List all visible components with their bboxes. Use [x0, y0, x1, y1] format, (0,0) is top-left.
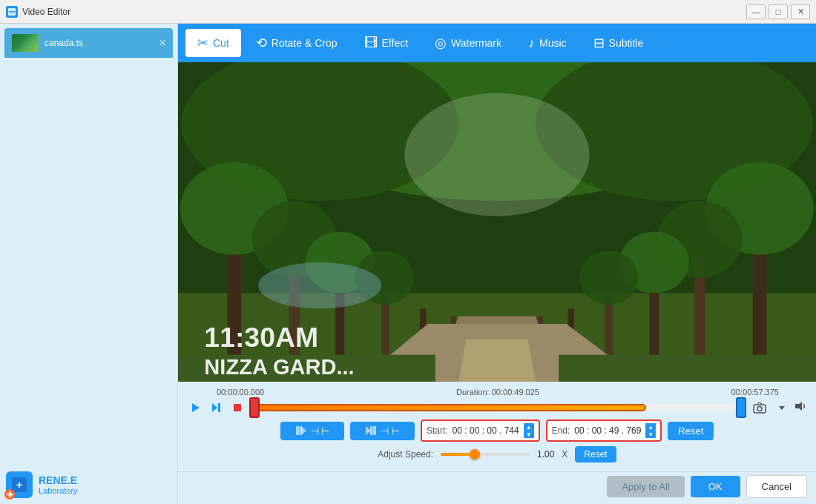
- cut-icon: ✂: [197, 35, 208, 51]
- title-bar: Video Editor — □ ✕: [0, 0, 816, 24]
- play-button[interactable]: [187, 399, 205, 417]
- play-next-button[interactable]: [208, 399, 226, 417]
- tab-cut[interactable]: ✂ Cut: [185, 29, 241, 57]
- start-time-input[interactable]: [453, 425, 519, 436]
- tab-subtitle-label: Subtitle: [609, 37, 644, 49]
- start-time-group: Start: ▲ ▼: [421, 420, 540, 442]
- tab-cut-label: Cut: [213, 37, 229, 49]
- tab-rotate-crop[interactable]: ⟲ Rotate & Crop: [244, 29, 349, 57]
- dropdown-button[interactable]: [773, 399, 791, 417]
- timeline-duration: Duration: 00:00:49.025: [456, 388, 539, 397]
- trim-right-button[interactable]: ⊣ ⊢: [350, 422, 415, 440]
- volume-button[interactable]: [794, 400, 807, 415]
- timeline-bar: [251, 404, 745, 411]
- speed-slider[interactable]: [441, 453, 530, 456]
- window-title: Video Editor: [22, 7, 70, 17]
- speed-thumb[interactable]: [470, 449, 480, 460]
- svg-marker-26: [458, 339, 536, 382]
- app-body: canada.ts ✕ + ✚ RENE.E Laboratory: [0, 24, 816, 504]
- end-time-group: End: ▲ ▼: [546, 420, 662, 442]
- tab-effect[interactable]: 🎞 Effect: [352, 30, 421, 57]
- minimize-button[interactable]: —: [746, 4, 766, 19]
- logo-area: + ✚ RENE.E Laboratory: [6, 471, 78, 498]
- play-controls: [187, 399, 246, 417]
- start-time-spin: ▲ ▼: [524, 423, 534, 438]
- file-tab[interactable]: canada.ts ✕: [4, 28, 173, 58]
- apply-all-button[interactable]: Apply to All: [607, 476, 684, 497]
- sidebar-content: + ✚ RENE.E Laboratory: [0, 58, 177, 504]
- right-controls: [749, 397, 807, 418]
- watermark-icon: ◎: [435, 35, 447, 51]
- svg-rect-41: [234, 404, 241, 411]
- app-icon: [6, 6, 18, 18]
- trim-left-icon: ⊣ ⊢: [311, 425, 330, 437]
- effect-icon: 🎞: [364, 36, 378, 51]
- svg-rect-40: [218, 403, 220, 412]
- start-label: Start:: [427, 425, 448, 436]
- end-label: End:: [552, 425, 570, 436]
- timeline-row: [187, 397, 807, 418]
- sidebar: canada.ts ✕ + ✚ RENE.E Laboratory: [0, 24, 178, 504]
- timeline-fill: [251, 404, 646, 411]
- tab-watermark-label: Watermark: [451, 37, 501, 49]
- timeline-track[interactable]: [251, 398, 745, 417]
- svg-point-43: [757, 407, 762, 411]
- end-spin-up[interactable]: ▲: [645, 423, 656, 431]
- screenshot-button[interactable]: [749, 397, 770, 418]
- maximize-button[interactable]: □: [769, 4, 788, 19]
- window-controls: — □ ✕: [746, 4, 810, 19]
- logo-text: RENE.E Laboratory: [39, 474, 78, 495]
- file-tab-close[interactable]: ✕: [157, 37, 168, 49]
- end-spin-down[interactable]: ▼: [645, 431, 656, 438]
- ok-button[interactable]: OK: [691, 476, 740, 497]
- svg-marker-45: [795, 402, 802, 411]
- main-content: ✂ Cut ⟲ Rotate & Crop 🎞 Effect ◎ Waterma…: [178, 24, 816, 504]
- subtitle-icon: ⊟: [593, 35, 605, 51]
- svg-point-9: [404, 93, 589, 216]
- tab-music[interactable]: ♪ Music: [516, 30, 579, 57]
- svg-rect-42: [754, 405, 766, 413]
- tab-music-label: Music: [539, 37, 567, 49]
- svg-rect-51: [372, 426, 376, 435]
- file-thumbnail: [12, 34, 39, 52]
- timeline-timestamps: 00:00:00.000 Duration: 00:00:49.025 00:0…: [187, 388, 807, 397]
- speed-reset-button[interactable]: Reset: [575, 446, 616, 462]
- time-reset-button[interactable]: Reset: [668, 422, 714, 440]
- trim-right-icon: ⊣ ⊢: [381, 425, 400, 437]
- trim-left-button[interactable]: ⊣ ⊢: [280, 422, 345, 440]
- close-button[interactable]: ✕: [791, 4, 810, 19]
- logo-name: RENE.E: [39, 474, 78, 486]
- timeline-right-handle[interactable]: [736, 397, 746, 418]
- stop-button[interactable]: [228, 399, 246, 417]
- svg-text:11:30AM: 11:30AM: [204, 322, 318, 353]
- music-icon: ♪: [528, 36, 535, 51]
- tab-rotate-label: Rotate & Crop: [272, 37, 338, 49]
- svg-rect-1: [9, 11, 15, 13]
- video-frame: 11:30AM NIZZA GARD...: [178, 62, 816, 382]
- svg-rect-48: [296, 426, 300, 435]
- speed-label: Adjust Speed:: [378, 449, 433, 460]
- timeline-start-time: 00:00:00.000: [217, 388, 264, 397]
- svg-rect-25: [559, 355, 816, 382]
- logo-sub: Laboratory: [39, 486, 78, 495]
- svg-marker-44: [779, 406, 785, 410]
- logo-icon: + ✚: [6, 471, 33, 498]
- trim-buttons-row: ⊣ ⊢ ⊣ ⊢ Start: ▲ ▼ End:: [187, 420, 807, 442]
- start-spin-down[interactable]: ▼: [524, 431, 534, 438]
- tab-effect-label: Effect: [382, 37, 409, 49]
- start-spin-up[interactable]: ▲: [524, 423, 534, 431]
- nav-tabs: ✂ Cut ⟲ Rotate & Crop 🎞 Effect ◎ Waterma…: [178, 24, 816, 62]
- timeline-left-handle[interactable]: [249, 397, 260, 418]
- speed-unit: X: [562, 449, 567, 460]
- end-time-spin: ▲ ▼: [645, 423, 656, 438]
- tab-watermark[interactable]: ◎ Watermark: [423, 29, 513, 57]
- svg-marker-38: [192, 403, 200, 412]
- end-time-input[interactable]: [574, 425, 641, 436]
- tab-subtitle[interactable]: ⊟ Subtitle: [582, 29, 656, 57]
- bottom-controls: 00:00:00.000 Duration: 00:00:49.025 00:0…: [178, 382, 816, 471]
- bottom-action-row: Apply to All OK Cancel: [178, 471, 816, 504]
- cancel-button[interactable]: Cancel: [746, 475, 807, 498]
- svg-marker-39: [212, 403, 217, 412]
- speed-value: 1.00: [537, 449, 554, 460]
- svg-point-34: [579, 251, 638, 305]
